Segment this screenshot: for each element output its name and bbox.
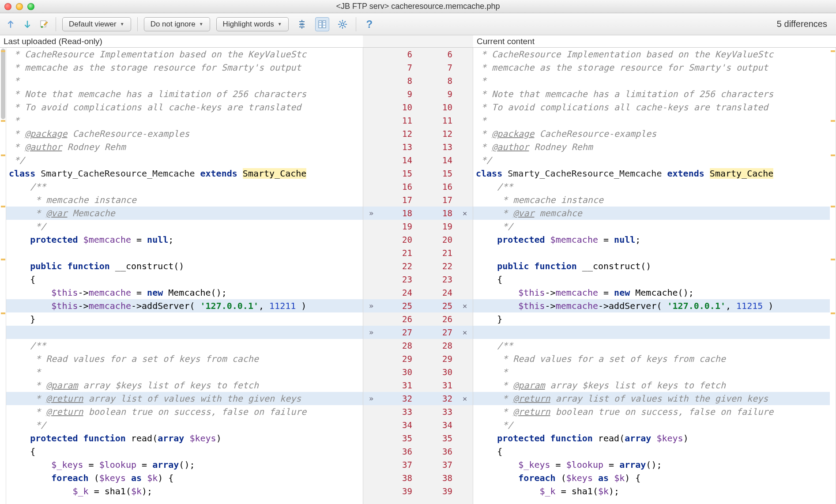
scroll-handle[interactable] [1, 49, 5, 119]
code-line[interactable]: */ [6, 220, 363, 233]
code-line[interactable] [6, 246, 363, 260]
code-line[interactable]: * [473, 365, 830, 379]
code-line[interactable]: public function __construct() [473, 260, 830, 273]
code-line[interactable]: * memcache instance [6, 193, 363, 207]
zoom-icon[interactable] [27, 3, 34, 10]
code-line[interactable]: * [473, 114, 830, 127]
code-line[interactable]: * [6, 365, 363, 379]
code-line[interactable]: * memcache as the storage resource for S… [6, 61, 363, 74]
settings-button[interactable] [335, 17, 350, 31]
code-line[interactable]: foreach ($keys as $k) { [473, 471, 830, 485]
code-line[interactable]: */ [473, 220, 830, 233]
code-line[interactable]: } [473, 312, 830, 326]
minimap-mark[interactable] [1, 206, 5, 207]
minimap-mark[interactable] [1, 50, 5, 52]
code-line[interactable]: * CacheResource Implementation based on … [473, 48, 830, 61]
code-line[interactable] [473, 246, 830, 260]
code-line[interactable]: * @package CacheResource-examples [6, 127, 363, 140]
code-line[interactable]: * [6, 114, 363, 127]
code-line[interactable]: $_k = sha1($k); [473, 485, 830, 498]
code-line[interactable]: * memcache instance [473, 193, 830, 207]
minimap-mark[interactable] [831, 154, 835, 156]
minimize-icon[interactable] [16, 3, 23, 10]
right-minimap[interactable] [830, 48, 836, 504]
code-line[interactable]: { [6, 445, 363, 458]
minimap-mark[interactable] [1, 259, 5, 260]
next-diff-button[interactable] [22, 19, 33, 30]
highlight-dropdown[interactable]: Highlight words ▼ [216, 17, 289, 31]
minimap-mark[interactable] [831, 312, 835, 314]
code-line[interactable]: /** [473, 339, 830, 352]
sync-scroll-button[interactable] [315, 17, 329, 31]
code-line[interactable]: * Note that memcache has a limitation of… [6, 87, 363, 101]
code-line[interactable]: * @package CacheResource-examples [473, 127, 830, 140]
left-minimap[interactable] [0, 48, 6, 504]
apply-left-icon[interactable]: » [363, 394, 379, 403]
apply-left-icon[interactable]: » [363, 209, 379, 218]
code-line[interactable]: /** [6, 180, 363, 193]
code-line[interactable]: * @author Rodney Rehm [473, 140, 830, 154]
code-line[interactable]: /** [473, 180, 830, 193]
code-line[interactable] [6, 326, 363, 339]
ignore-dropdown[interactable]: Do not ignore ▼ [144, 17, 210, 31]
code-line[interactable]: protected $memcache = null; [473, 233, 830, 246]
code-line[interactable]: public function __construct() [6, 260, 363, 273]
code-line[interactable]: * @author Rodney Rehm [6, 140, 363, 154]
code-line[interactable]: * To avoid complications all cache-keys … [473, 101, 830, 114]
code-line[interactable]: $_k = sha1($k); [6, 485, 363, 498]
code-line[interactable]: { [6, 273, 363, 286]
code-line[interactable]: foreach ($keys as $k) { [6, 471, 363, 485]
viewer-dropdown[interactable]: Default viewer ▼ [62, 17, 131, 31]
code-line[interactable]: $this->memcache = new Memcache(); [6, 286, 363, 299]
prev-diff-button[interactable] [5, 19, 16, 30]
code-line[interactable]: * @return array list of values with the … [473, 392, 830, 405]
help-button[interactable]: ? [362, 17, 377, 31]
revert-icon[interactable]: ✕ [457, 209, 473, 218]
code-line[interactable] [473, 326, 830, 339]
code-line[interactable]: * @param array $keys list of keys to fet… [473, 379, 830, 392]
edit-source-button[interactable] [39, 19, 49, 30]
code-line[interactable]: */ [6, 154, 363, 167]
minimap-mark[interactable] [1, 154, 5, 156]
code-line[interactable]: $this->memcache = new Memcache(); [473, 286, 830, 299]
apply-left-icon[interactable]: » [363, 301, 379, 310]
code-line[interactable]: * @return boolean true on success, false… [473, 405, 830, 418]
close-icon[interactable] [4, 3, 11, 10]
code-line[interactable]: * @var memcahce [473, 207, 830, 220]
code-line[interactable]: * To avoid complications all cache-keys … [6, 101, 363, 114]
minimap-mark[interactable] [1, 312, 5, 314]
minimap-mark[interactable] [831, 50, 835, 52]
code-line[interactable]: protected function read(array $keys) [473, 432, 830, 445]
code-line[interactable]: { [473, 273, 830, 286]
code-line[interactable]: } [6, 312, 363, 326]
code-line[interactable]: * memcache as the storage resource for S… [473, 61, 830, 74]
collapse-unchanged-button[interactable] [295, 17, 309, 31]
code-line[interactable]: */ [6, 418, 363, 432]
code-line[interactable]: protected $memcache = null; [6, 233, 363, 246]
code-line[interactable]: class Smarty_CacheResource_Memcache exte… [473, 167, 830, 180]
code-line[interactable]: * CacheResource Implementation based on … [6, 48, 363, 61]
code-line[interactable]: class Smarty_CacheResource_Memcache exte… [6, 167, 363, 180]
minimap-mark[interactable] [831, 206, 835, 207]
code-line[interactable]: protected function read(array $keys) [6, 432, 363, 445]
minimap-mark[interactable] [831, 259, 835, 260]
code-line[interactable]: $_keys = $lookup = array(); [6, 458, 363, 471]
code-line[interactable]: */ [473, 418, 830, 432]
minimap-mark[interactable] [831, 120, 835, 122]
revert-icon[interactable]: ✕ [457, 301, 473, 310]
code-line[interactable]: * [6, 74, 363, 87]
revert-icon[interactable]: ✕ [457, 328, 473, 337]
code-line[interactable]: * Read values for a set of keys from cac… [473, 352, 830, 365]
code-line[interactable]: * Note that memcache has a limitation of… [473, 87, 830, 101]
code-line[interactable]: * Read values for a set of keys from cac… [6, 352, 363, 365]
code-line[interactable]: * @return boolean true on success, false… [6, 405, 363, 418]
code-line[interactable]: * @return array list of values with the … [6, 392, 363, 405]
revert-icon[interactable]: ✕ [457, 394, 473, 403]
code-line[interactable]: $this->memcache->addServer( '127.0.0.1',… [473, 299, 830, 312]
code-line[interactable]: * @var Memcache [6, 207, 363, 220]
code-line[interactable]: * [473, 74, 830, 87]
minimap-mark[interactable] [1, 120, 5, 122]
code-line[interactable]: $this->memcache->addServer( '127.0.0.1',… [6, 299, 363, 312]
apply-left-icon[interactable]: » [363, 328, 379, 337]
code-line[interactable]: * @param array $keys list of keys to fet… [6, 379, 363, 392]
